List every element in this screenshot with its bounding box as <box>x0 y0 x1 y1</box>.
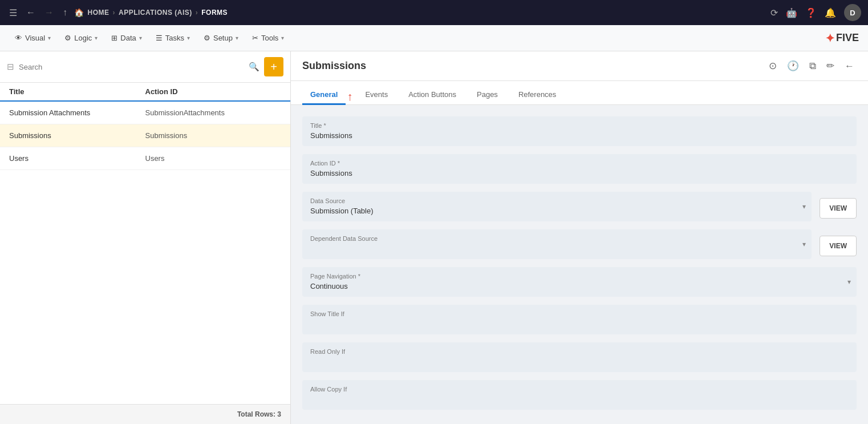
data-icon: ⊞ <box>111 34 117 42</box>
data-source-field[interactable]: Data Source Submission (Table) ▾ <box>302 192 812 221</box>
allow-copy-if-field[interactable]: Allow Copy If <box>302 380 857 410</box>
main-layout: ⊟ 🔍 + Title Action ID Submission Attachm… <box>0 51 868 424</box>
allow-copy-if-label: Allow Copy If <box>310 386 849 393</box>
dependent-data-source-field[interactable]: Dependent Data Source ▾ <box>302 229 812 259</box>
bell-icon[interactable]: 🔔 <box>825 7 836 18</box>
tools-icon: ✂ <box>252 34 258 42</box>
search-bar: ⊟ 🔍 + <box>0 51 290 83</box>
back-circle-icon[interactable]: ⊙ <box>766 58 779 74</box>
column-title-header: Title <box>9 87 145 96</box>
dependent-data-source-caret: ▾ <box>802 240 806 248</box>
read-only-if-label: Read Only If <box>310 348 849 355</box>
search-input[interactable] <box>19 63 244 71</box>
dependent-data-source-view-button[interactable]: VIEW <box>820 236 857 256</box>
forward-icon[interactable]: → <box>42 5 56 20</box>
table-row[interactable]: Submission Attachments SubmissionAttachm… <box>0 102 290 124</box>
edit-icon[interactable]: ✏ <box>824 58 837 74</box>
row-title-1: Submissions <box>9 131 145 140</box>
avatar[interactable]: D <box>844 4 861 21</box>
tab-action-buttons[interactable]: Action Buttons <box>400 86 464 105</box>
breadcrumb-forms[interactable]: FORMS <box>201 9 228 17</box>
row-title-2: Users <box>9 154 145 163</box>
help-icon[interactable]: ❓ <box>805 7 817 18</box>
breadcrumb-home[interactable]: HOME <box>88 9 109 17</box>
title-value: Submissions <box>310 131 849 140</box>
show-title-if-field[interactable]: Show Title If <box>302 305 857 334</box>
title-field[interactable]: Title * Submissions <box>302 116 857 146</box>
logic-icon: ⚙ <box>64 34 71 42</box>
menu-icon[interactable]: ☰ <box>7 5 19 21</box>
show-title-if-label: Show Title If <box>310 310 849 317</box>
row-actionid-1: Submissions <box>145 131 282 140</box>
page-navigation-label: Page Navigation * <box>310 273 849 280</box>
sync-icon[interactable]: ⟳ <box>770 7 778 18</box>
tab-events-label: Events <box>365 90 388 99</box>
table-row[interactable]: Submissions Submissions <box>0 124 290 147</box>
tab-action-buttons-label: Action Buttons <box>408 90 456 99</box>
title-label: Title * <box>310 122 849 129</box>
top-navbar: ☰ ← → ↑ 🏠 HOME › APPLICATIONS (AIS) › FO… <box>0 0 868 25</box>
setup-caret: ▾ <box>236 35 238 41</box>
events-arrow: ↑ <box>347 90 352 103</box>
tab-references[interactable]: References <box>510 86 564 105</box>
robot-icon[interactable]: 🤖 <box>786 7 797 18</box>
dependent-data-source-label: Dependent Data Source <box>310 235 804 242</box>
row-actionid-2: Users <box>145 154 282 163</box>
breadcrumb-ais[interactable]: APPLICATIONS (AIS) <box>119 9 192 17</box>
left-panel: ⊟ 🔍 + Title Action ID Submission Attachm… <box>0 51 291 424</box>
tab-pages[interactable]: Pages <box>469 86 506 105</box>
table-footer: Total Rows: 3 <box>0 404 290 424</box>
back-icon[interactable]: ← <box>24 5 38 20</box>
page-navigation-value: Continuous <box>310 282 849 290</box>
copy-icon[interactable]: ⧉ <box>807 58 818 74</box>
data-source-value: Submission (Table) <box>310 207 804 215</box>
total-rows-label: Total Rows: 3 <box>237 410 281 418</box>
tasks-label: Tasks <box>165 34 184 42</box>
setup-label: Setup <box>213 34 233 42</box>
tab-events[interactable]: Events <box>357 86 396 105</box>
row-actionid-0: SubmissionAttachments <box>145 108 282 117</box>
toolbar-item-tasks[interactable]: ☰ Tasks ▾ <box>150 30 196 46</box>
filter-icon: ⊟ <box>7 62 14 72</box>
tasks-icon: ☰ <box>156 34 163 42</box>
page-navigation-field[interactable]: Page Navigation * Continuous ▾ <box>302 267 857 297</box>
history-icon[interactable]: 🕐 <box>785 58 801 74</box>
page-navigation-caret: ▾ <box>847 278 851 286</box>
table-header: Title Action ID <box>0 83 290 102</box>
toolbar-item-setup[interactable]: ⚙ Setup ▾ <box>198 30 244 46</box>
search-icon[interactable]: 🔍 <box>249 62 259 72</box>
visual-label: Visual <box>25 34 45 42</box>
toolbar-item-logic[interactable]: ⚙ Logic ▾ <box>59 30 103 46</box>
home-icon: 🏠 <box>74 8 84 17</box>
breadcrumb-sep-1: › <box>113 9 116 17</box>
data-source-label: Data Source <box>310 197 804 204</box>
table-row[interactable]: Users Users <box>0 147 290 170</box>
tab-pages-label: Pages <box>477 90 498 99</box>
up-icon[interactable]: ↑ <box>60 5 70 20</box>
data-caret: ▾ <box>139 35 142 41</box>
action-id-value: Submissions <box>310 169 849 177</box>
right-panel: Submissions ⊙ 🕐 ⧉ ✏ ← General ↑ Events A… <box>291 51 868 424</box>
tools-caret: ▾ <box>281 35 284 41</box>
add-button[interactable]: + <box>264 57 283 76</box>
data-source-view-button[interactable]: VIEW <box>820 198 857 219</box>
toolbar-item-data[interactable]: ⊞ Data ▾ <box>106 30 147 46</box>
read-only-if-field[interactable]: Read Only If <box>302 342 857 372</box>
panel-actions: ⊙ 🕐 ⧉ ✏ ← <box>766 58 857 74</box>
table-body: Submission Attachments SubmissionAttachm… <box>0 102 290 404</box>
close-icon[interactable]: ← <box>842 58 857 74</box>
tabs-bar: General ↑ Events Action Buttons Pages Re… <box>291 81 868 105</box>
data-source-caret: ▾ <box>802 203 806 211</box>
visual-caret: ▾ <box>48 35 51 41</box>
panel-header: Submissions ⊙ 🕐 ⧉ ✏ ← <box>291 51 868 81</box>
toolbar-item-visual[interactable]: 👁 Visual ▾ <box>9 30 56 46</box>
toolbar-item-tools[interactable]: ✂ Tools ▾ <box>246 30 290 46</box>
row-title-0: Submission Attachments <box>9 108 145 117</box>
logic-label: Logic <box>74 34 92 42</box>
nav-right: ⟳ 🤖 ❓ 🔔 D <box>770 4 861 21</box>
panel-title: Submissions <box>302 60 766 72</box>
tab-general[interactable]: General <box>302 86 346 105</box>
breadcrumb-sep-2: › <box>196 9 198 17</box>
action-id-field[interactable]: Action ID * Submissions <box>302 154 857 184</box>
data-source-row: Data Source Submission (Table) ▾ VIEW <box>302 192 857 221</box>
